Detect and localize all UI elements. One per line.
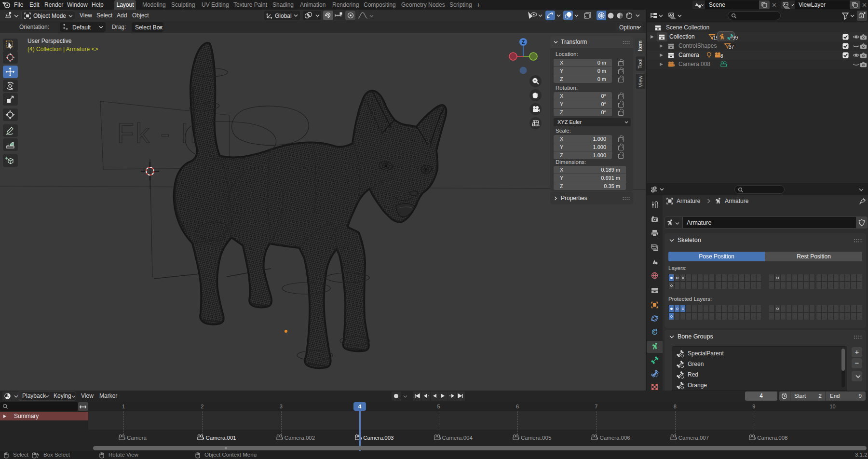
svg-text:Fk - Ik: Fk - Ik bbox=[117, 118, 204, 148]
svg-text:Z: Z bbox=[522, 40, 525, 45]
